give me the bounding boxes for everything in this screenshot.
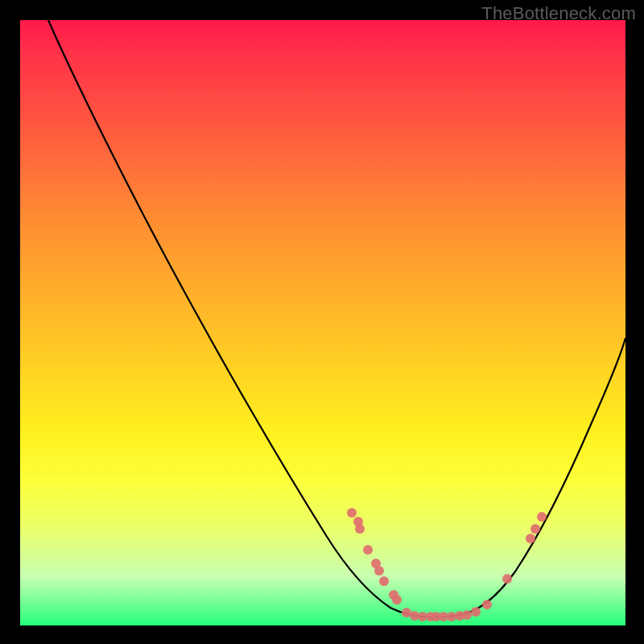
data-point bbox=[526, 534, 535, 543]
data-point bbox=[374, 566, 384, 576]
data-point bbox=[471, 607, 481, 617]
data-point bbox=[355, 524, 365, 534]
data-point bbox=[482, 600, 492, 609]
chart-svg bbox=[20, 20, 625, 625]
curve-left bbox=[48, 20, 455, 617]
data-point bbox=[379, 576, 389, 586]
data-point bbox=[363, 545, 373, 555]
curve-right bbox=[455, 338, 625, 616]
data-point bbox=[392, 595, 402, 605]
chart-area bbox=[20, 20, 625, 625]
data-point bbox=[347, 508, 357, 518]
data-point bbox=[537, 512, 547, 522]
data-point bbox=[530, 524, 540, 534]
data-points bbox=[347, 508, 547, 621]
data-point bbox=[462, 610, 472, 620]
data-point bbox=[502, 574, 512, 584]
watermark-text: TheBottleneck.com bbox=[481, 3, 636, 24]
